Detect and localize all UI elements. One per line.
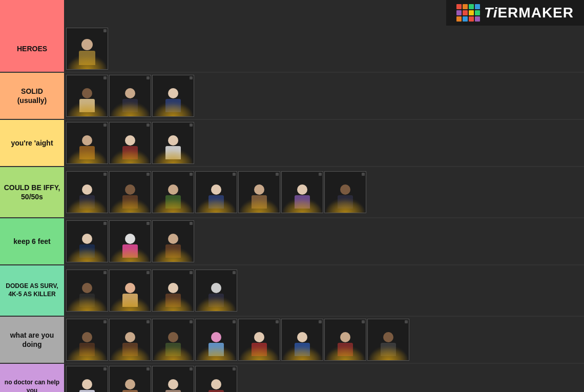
tier-label-nodoc: no doctor can help you: [0, 364, 64, 392]
tier-items-aight: [64, 120, 584, 166]
list-item[interactable]: [152, 319, 194, 361]
list-item[interactable]: [324, 171, 366, 213]
list-item[interactable]: [66, 171, 108, 213]
tier-row-solid: SOLID (usually): [0, 73, 584, 120]
list-item[interactable]: [195, 270, 237, 312]
tier-items-heroes: [64, 26, 584, 72]
logo-cell: [456, 10, 462, 15]
logo-grid: [456, 4, 480, 22]
tier-row-dodge: DODGE AS SURV, 4K-5 AS KILLER: [0, 265, 584, 317]
list-item[interactable]: [152, 366, 194, 392]
logo-cell: [463, 16, 468, 22]
tier-items-dodge: [64, 265, 584, 316]
list-item[interactable]: [195, 366, 237, 392]
logo-cell: [456, 4, 462, 9]
list-item[interactable]: [109, 270, 151, 312]
list-item[interactable]: [66, 270, 108, 312]
logo-text: TiERMAKER: [484, 5, 574, 21]
list-item[interactable]: [152, 270, 194, 312]
tier-items-what: [64, 317, 584, 363]
logo-cell: [469, 16, 474, 22]
list-item[interactable]: [281, 171, 323, 213]
list-item[interactable]: [66, 366, 108, 392]
header: TiERMAKER: [0, 0, 584, 26]
list-item[interactable]: [281, 319, 323, 361]
tier-items-iffy: [64, 167, 584, 217]
tier-label-keep6: keep 6 feet: [0, 218, 64, 264]
list-item[interactable]: [66, 319, 108, 361]
list-item[interactable]: [66, 28, 108, 70]
tier-label-iffy: COULD BE IFFY, 50/50s: [0, 167, 64, 217]
list-item[interactable]: [66, 122, 108, 164]
list-item[interactable]: [324, 319, 366, 361]
list-item[interactable]: [109, 122, 151, 164]
tiermaker-logo: TiERMAKER: [446, 0, 584, 26]
list-item[interactable]: [152, 75, 194, 117]
tier-items-keep6: [64, 218, 584, 264]
tier-row-heroes: HEROES: [0, 26, 584, 73]
logo-cell: [475, 16, 480, 22]
app-container: TiERMAKER HEROES SOLID (usually): [0, 0, 584, 392]
tier-label-aight: you're 'aight: [0, 120, 64, 166]
logo-cell: [475, 4, 480, 9]
tier-row-aight: you're 'aight: [0, 120, 584, 167]
list-item[interactable]: [195, 171, 237, 213]
tier-row-nodoc: no doctor can help you: [0, 364, 584, 392]
list-item[interactable]: [238, 171, 280, 213]
logo-cell: [475, 10, 480, 15]
tier-items-nodoc: [64, 364, 584, 392]
logo-cell: [456, 16, 462, 22]
list-item[interactable]: [109, 75, 151, 117]
list-item[interactable]: [152, 171, 194, 213]
tier-items-solid: [64, 73, 584, 119]
logo-cell: [469, 4, 474, 9]
tier-label-heroes: HEROES: [0, 26, 64, 72]
list-item[interactable]: [238, 319, 280, 361]
list-item[interactable]: [109, 319, 151, 361]
list-item[interactable]: [195, 319, 237, 361]
list-item[interactable]: [66, 220, 108, 262]
list-item[interactable]: [66, 75, 108, 117]
logo-cell: [463, 10, 468, 15]
list-item[interactable]: [152, 220, 194, 262]
tier-label-what: what are you doing: [0, 317, 64, 363]
tier-row-iffy: COULD BE IFFY, 50/50s: [0, 167, 584, 218]
tier-row-keep6: keep 6 feet: [0, 218, 584, 265]
list-item[interactable]: [109, 220, 151, 262]
logo-cell: [463, 4, 468, 9]
header-left: [0, 0, 64, 26]
logo-cell: [469, 10, 474, 15]
tier-label-solid: SOLID (usually): [0, 73, 64, 119]
list-item[interactable]: [109, 366, 151, 392]
list-item[interactable]: [367, 319, 409, 361]
tier-row-what: what are you doing: [0, 317, 584, 364]
list-item[interactable]: [152, 122, 194, 164]
list-item[interactable]: [109, 171, 151, 213]
tier-label-dodge: DODGE AS SURV, 4K-5 AS KILLER: [0, 265, 64, 316]
